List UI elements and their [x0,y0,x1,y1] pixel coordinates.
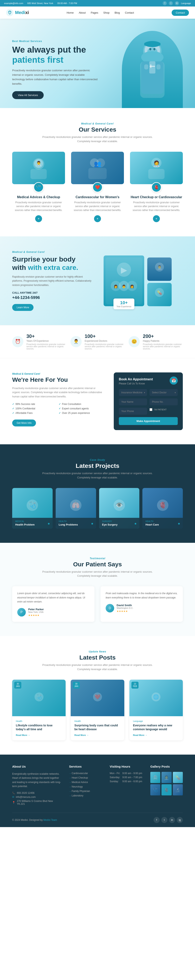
footer-facebook-icon[interactable]: f [153,817,160,823]
language-selector[interactable]: Language [181,2,191,5]
apt-yourphone-input[interactable] [119,408,147,415]
nav-contact[interactable]: Contact [125,11,134,14]
nav-home[interactable]: Home [67,11,74,14]
hero-image [98,31,183,108]
gallery-img-3[interactable]: 💊 [173,772,183,783]
footer-phone: 📞 693 2020 12456 [12,792,61,794]
main-nav: Medixi Home About Pages Shop Blog Contac… [0,6,195,19]
hero-doctor-image [122,31,183,108]
stat-num-2: 100+ [85,333,125,339]
apt-insurance-select[interactable]: Insurance Medicine [119,389,147,396]
facebook-icon[interactable]: f [163,1,167,5]
top-bar: example@info.com 685 Mott Street, New Yo… [0,0,195,6]
footer-service-2[interactable]: Heart Checkup [69,776,102,779]
gallery-img-1[interactable]: 🏥 [150,772,160,783]
footer-service-1[interactable]: Cardiovascular [69,772,102,775]
gallery-img-6[interactable]: 🔬 [173,784,183,795]
footer-service-4[interactable]: Neurology [69,785,102,788]
nav-cta-button[interactable]: Contact [172,10,189,16]
here-title: We're Here For You [12,376,104,383]
stat-desc-2: Proactively revolutionize granular custo… [85,343,125,350]
service-more-btn-3[interactable]: + [153,215,160,222]
footer-instagram-icon[interactable]: ig [177,817,183,823]
svg-rect-19 [30,169,47,179]
here-section: Medical & General Care! We're Here For Y… [0,358,195,444]
service-more-btn-2[interactable]: + [94,215,101,222]
apt-doctor-select[interactable]: Select Doctor [150,389,178,396]
extra-care-cta-button[interactable]: Learn More [12,304,34,311]
post-card-1[interactable]: 30 JAN 🩺 Health Lifestyle conditions to … [12,680,66,740]
extra-care-tag: Medical & General Care! [12,251,91,253]
nav-about[interactable]: About [79,11,86,14]
footer-service-5[interactable]: Family Physician [69,790,102,792]
twitter-icon[interactable]: t [169,1,173,5]
apt-patient-checkbox[interactable] [150,408,152,411]
projects-desc: Proactively revolutionize granular custo… [37,471,158,480]
post-card-2[interactable]: 30 JAN ❤️ Health Surprising body cues th… [71,680,124,740]
email-icon: ✉ [12,795,14,799]
post-link-3[interactable]: Read More [133,734,147,736]
project-name-4: Heart Care [145,523,180,526]
project-card-2[interactable]: 🫁 HEALTH Lung Problems [56,488,96,528]
gallery-img-2[interactable]: 👩‍⚕️ [161,772,171,783]
footer-service-6[interactable]: Laboratory [69,794,102,797]
extra-care-small-img-1: 👨‍⚕️ [147,258,172,281]
footer-service-3[interactable]: Medical Advice [69,781,102,784]
testimonial-card-1: Lorem ipsum dolor sit amet, consectetur … [12,586,94,622]
project-overlay-3: SURGERY Eye Surgery [99,518,139,528]
service-icon-2: ❤️ [93,182,102,192]
stat-icon-1: ⏰ [12,336,23,347]
logo[interactable]: Medixi [6,9,29,16]
post-link-1[interactable]: Read More [16,734,30,736]
hero-cta-button[interactable]: View All Services [12,91,44,99]
project-cat-2: HEALTH [59,520,93,522]
gallery-img-4[interactable]: 🩺 [150,784,160,795]
posts-tag: Update News [12,650,183,653]
svg-text:👩: 👩 [130,285,134,288]
stat-icon-3: 😊 [129,336,140,347]
stat-label-2: Experienced Doctors [85,339,125,342]
service-title-2: Cardiovascular for Women's [71,195,124,199]
testimonial-text-1: Lorem ipsum dolor sit amet, consectetur … [17,591,90,604]
footer-twitter-icon[interactable]: t [161,817,167,823]
apt-insurance-wrap: Insurance Medicine [119,389,147,396]
apt-doctor-wrap: Select Doctor [150,389,178,396]
post-img-3: 23 FEB 🌐 [129,680,183,716]
post-date-2: 30 JAN [73,682,80,689]
post-card-3[interactable]: 23 FEB 🌐 Language Everyone realises why … [129,680,183,740]
extra-care-call-label: CALL ANYTIME 24/7 [12,291,91,294]
apt-submit-button[interactable]: Make Appointment [119,417,178,425]
linkedin-icon[interactable]: in [175,1,179,5]
stat-1: ⏰ 30+ Years Of Experience Proactively re… [12,333,66,350]
project-overlay-1: MEDICAL Health Problem [12,518,53,528]
hero-title: We always put the patients first [12,45,98,65]
nav-shop[interactable]: Shop [103,11,109,14]
project-card-3[interactable]: 👁️ SURGERY Eye Surgery [99,488,139,528]
testimonial-stars-2: ★★★★★ [117,610,133,612]
here-desc: Proactively revolutionize granular custo… [12,386,104,399]
footer-linkedin-icon[interactable]: in [169,817,175,823]
service-more-btn-1[interactable]: + [35,215,42,222]
service-title-1: Medical Advices & Checkup [12,195,65,199]
here-tag: Medical & General Care! [12,372,104,375]
apt-name-input[interactable] [119,398,147,405]
svg-text:🧑‍⚕️: 🧑‍⚕️ [153,160,160,167]
here-feature-3: 100% Confidential [12,407,57,410]
testimonial-role-1: New York, USA [28,611,44,613]
apt-phone-input[interactable] [150,398,178,405]
nav-pages[interactable]: Pages [91,11,98,14]
service-title-3: Heart Checkup or Cardiovascular [130,195,183,199]
testimonial-text-2: Proin sed malesuada magna. In the mediev… [105,591,178,600]
post-link-2[interactable]: Read More [74,734,89,736]
nav-blog[interactable]: Blog [115,11,120,14]
svg-text:▶: ▶ [121,266,127,274]
here-features: 99% Success rate Free Consultation 100% … [12,402,104,414]
topbar-email: example@info.com [4,2,23,5]
here-cta-button[interactable]: Get More Info [12,420,36,426]
project-card-4[interactable]: 🫀 HEALTH Heart Care [142,488,183,528]
topbar-address: 685 Mott Street, New York [27,2,53,5]
gallery-img-5[interactable]: 🫀 [161,784,171,795]
footer-copyright-link[interactable]: Medixi Team [43,819,57,821]
project-card-1[interactable]: 🩺 MEDICAL Health Problem [12,488,53,528]
posts-title: Latest Posts [12,654,183,661]
